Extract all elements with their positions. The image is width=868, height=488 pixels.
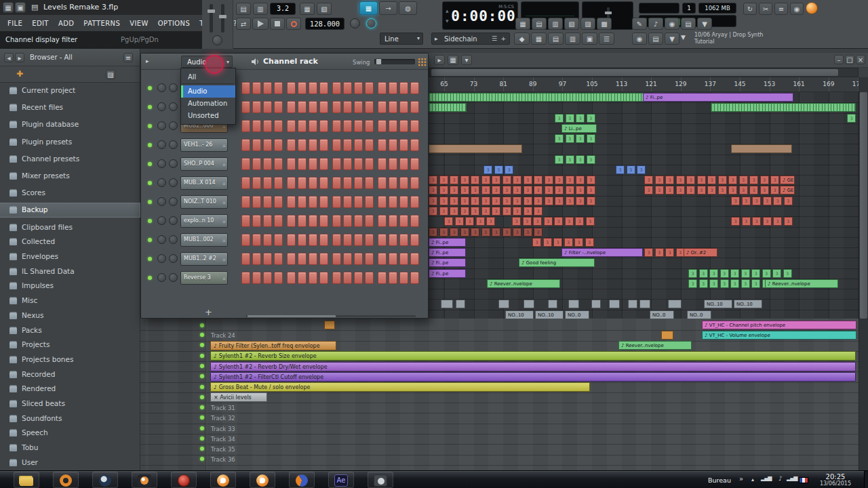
step-cell[interactable] [319,82,328,94]
channel-volume-knob[interactable] [169,140,178,149]
step-cell[interactable] [263,101,272,113]
menu-file[interactable]: FILE [3,20,27,27]
channel-button-mub-x-014[interactable]: MUB..X 014≡ [180,176,228,190]
step-cell[interactable] [309,158,317,170]
more-tools-icon[interactable]: ▼ [697,18,712,30]
snap-selector-icon[interactable]: ▦ [531,33,547,45]
record-button[interactable] [286,18,301,30]
browser-item-collected[interactable]: Collected [0,235,140,249]
step-cell[interactable] [399,177,408,189]
step-cell[interactable] [410,272,419,284]
playlist-hscrollbar[interactable] [429,68,859,77]
browser-item-projects-bones[interactable]: Projects bones [0,353,140,367]
step-cell[interactable] [332,101,341,113]
step-cell[interactable] [252,177,261,189]
channel-button-veh1-26[interactable]: VEH1..- 26≡ [180,138,228,152]
step-cell[interactable] [343,177,352,189]
menu-edit[interactable]: EDIT [27,20,54,27]
app-menu-icon[interactable]: ▦ [3,2,14,13]
step-cell[interactable] [241,215,250,227]
sidechain-add-icon[interactable]: + [500,35,506,42]
step-cell[interactable] [319,196,328,208]
step-cell[interactable] [309,82,317,94]
browser-item-tobu[interactable]: Tobu [0,441,140,455]
mute-tool-icon[interactable]: ▣ [582,33,597,45]
track-led[interactable] [200,436,204,441]
step-cell[interactable] [410,101,419,113]
step-cell[interactable] [298,120,307,132]
browser-item-rendered[interactable]: Rendered [0,382,140,396]
browser-item-il-shared-data[interactable]: IL Shared Data [0,265,140,279]
show-desktop-button[interactable] [864,471,868,488]
track-led[interactable] [200,426,204,430]
draw-tool-icon[interactable]: ✎ [632,18,647,30]
step-cell[interactable] [298,158,307,170]
browser-item-recorded[interactable]: Recorded [0,368,140,382]
snap-grid-icon-4[interactable]: ▧ [564,18,579,30]
channel-enable-led[interactable] [148,86,152,90]
step-cell[interactable] [319,177,328,189]
step-cell[interactable] [399,158,408,170]
step-cell[interactable] [287,120,296,132]
channel-button-sho-p-004[interactable]: SHO..P 004≡ [180,157,228,171]
sidechain-selector[interactable]: ▸ Sidechain ☰ + [431,33,510,45]
step-cell[interactable] [410,82,419,94]
playlist-track-area[interactable]: Track 24Track 25Track 26Track 27Track 28… [140,319,868,470]
channel-volume-knob[interactable] [169,254,178,263]
step-cell[interactable] [332,139,341,151]
step-cell[interactable] [263,139,272,151]
step-cell[interactable] [309,139,317,151]
taskbar-app-media-player[interactable] [368,472,393,488]
detach-window-icon[interactable]: ▣ [15,2,26,13]
step-cell[interactable] [241,101,250,113]
step-cell[interactable] [287,272,296,284]
channel-volume-knob[interactable] [169,121,178,130]
step-cell[interactable] [389,82,397,94]
add-channel-button[interactable]: + [205,307,212,317]
menu-patterns[interactable]: PATTERNS [79,20,125,27]
filter-option-unsorted[interactable]: Unsorted [181,110,235,122]
channel-button-mub1-002[interactable]: MUB1..002≡ [180,233,228,247]
step-cell[interactable] [274,120,283,132]
step-cell[interactable] [410,177,419,189]
step-cell[interactable] [332,272,341,284]
step-cell[interactable] [263,177,272,189]
channel-volume-knob[interactable] [169,197,178,206]
snap-grid-icon-6[interactable]: ▩ [597,18,612,30]
step-cell[interactable] [365,272,374,284]
cut-tool-icon[interactable]: ✂ [759,3,772,15]
magnet-icon[interactable]: ◆ [514,33,530,45]
desktop-toolbar-chevron-icon[interactable]: » [739,475,743,483]
mic-tool-icon[interactable]: ◉ [665,18,679,30]
browser-item-clipboard-files[interactable]: Clipboard files [0,221,140,235]
browser-item-backup[interactable]: Backup [0,203,140,217]
step-cell[interactable] [399,82,408,94]
channel-enable-led[interactable] [148,181,152,185]
step-cell[interactable] [343,101,352,113]
filter-option-audio[interactable]: Audio [181,85,235,98]
step-cell[interactable] [241,82,250,94]
step-cell[interactable] [241,120,250,132]
step-cell[interactable] [354,101,363,113]
step-cell[interactable] [354,158,363,170]
step-cell[interactable] [309,272,317,284]
menu-view[interactable]: VIEW [125,20,153,27]
step-cell[interactable] [287,253,296,265]
step-cell[interactable] [365,253,374,265]
channel-button-noiz-t-010[interactable]: NOIZ..T 010≡ [180,195,228,209]
record-filter-icon[interactable]: ◉ [632,33,647,45]
step-cell[interactable] [287,234,296,246]
loop-record-icon[interactable]: ▤ [648,33,663,45]
wait-input-icon[interactable]: ▧ [317,3,332,15]
step-cell[interactable] [365,158,374,170]
slide-icon[interactable]: ▥ [565,33,580,45]
snap-grid-icon-5[interactable]: ▨ [580,18,595,30]
step-cell[interactable] [343,82,352,94]
playlist-vscrollbar[interactable] [859,77,868,470]
channel-pan-knob[interactable] [157,83,166,92]
channel-enable-led[interactable] [148,238,152,242]
filter-option-automation[interactable]: Automation [181,98,235,110]
snap-grid-icon-3[interactable]: ▥ [548,18,563,30]
sidechain-arrow-icon[interactable]: ▸ [435,35,438,42]
mixer-view-button[interactable]: ◍ [399,1,417,15]
